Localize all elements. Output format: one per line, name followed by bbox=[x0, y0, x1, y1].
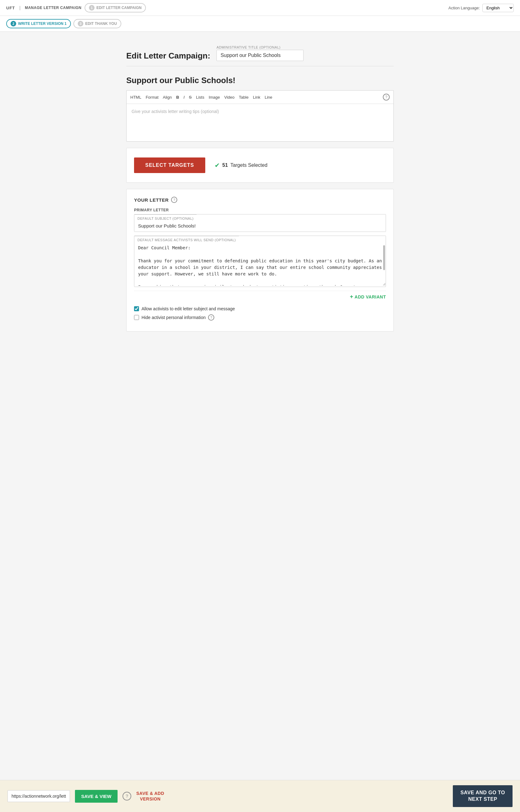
editor-help-icon[interactable]: ? bbox=[383, 94, 390, 100]
scrollbar-indicator bbox=[383, 245, 385, 270]
toolbar-align[interactable]: Align bbox=[163, 95, 172, 100]
editor-body[interactable]: Give your activists letter writing tips … bbox=[127, 104, 393, 141]
hide-info-checkbox[interactable] bbox=[134, 315, 139, 320]
step-label-1: EDIT LETTER CAMPAIGN bbox=[97, 6, 141, 10]
step-num-3: 3 bbox=[78, 21, 83, 26]
nav-separator: | bbox=[19, 5, 21, 10]
admin-title-input[interactable] bbox=[216, 50, 304, 61]
default-message-group: DEFAULT MESSAGE ACTIVISTS WILL SEND (OPT… bbox=[134, 236, 386, 287]
toolbar-italic[interactable]: I bbox=[183, 95, 185, 100]
checkbox-row-2: Hide activist personal information ? bbox=[134, 314, 386, 321]
admin-title-label: ADMINISTRATIVE TITLE (OPTIONAL) bbox=[216, 45, 304, 49]
editor-placeholder: Give your activists letter writing tips … bbox=[132, 109, 219, 114]
toolbar-lists[interactable]: Lists bbox=[196, 95, 204, 100]
step-label-2: WRITE LETTER VERSION 1 bbox=[18, 22, 67, 26]
step-tabs: 1 EDIT LETTER CAMPAIGN bbox=[85, 3, 146, 13]
editor-toolbar: HTML Format Align B I S Lists Image Vide… bbox=[127, 91, 393, 104]
hide-info-label: Hide activist personal information bbox=[141, 315, 206, 320]
nav-row-2: 2 WRITE LETTER VERSION 1 3 EDIT THANK YO… bbox=[0, 16, 520, 32]
add-variant-plus-icon: + bbox=[350, 294, 353, 300]
default-message-label: DEFAULT MESSAGE ACTIVISTS WILL SEND (OPT… bbox=[134, 236, 239, 242]
toolbar-table[interactable]: Table bbox=[239, 95, 249, 100]
toolbar-format[interactable]: Format bbox=[146, 95, 158, 100]
targets-label: Targets Selected bbox=[230, 163, 267, 168]
targets-selected-info: ✔ 51 Targets Selected bbox=[215, 162, 267, 169]
step-num-2: 2 bbox=[10, 21, 16, 26]
add-variant-label: ADD VARIANT bbox=[355, 294, 386, 299]
select-targets-button[interactable]: SELECT TARGETS bbox=[134, 157, 205, 173]
default-subject-label: DEFAULT SUBJECT (OPTIONAL) bbox=[134, 214, 197, 220]
save-view-button[interactable]: SAVE & VIEW bbox=[75, 790, 118, 803]
toolbar-bold[interactable]: B bbox=[176, 95, 179, 100]
bottom-bar: SAVE & VIEW ? SAVE & ADDVERSION SAVE AND… bbox=[0, 780, 520, 812]
checkbox-row-1: Allow activists to edit letter subject a… bbox=[134, 306, 386, 311]
main-content: Edit Letter Campaign: ADMINISTRATIVE TIT… bbox=[120, 32, 400, 375]
allow-edit-checkbox[interactable] bbox=[134, 306, 139, 311]
toolbar-image[interactable]: Image bbox=[209, 95, 220, 100]
language-select[interactable]: English Spanish French bbox=[483, 4, 514, 12]
your-letter-section: YOUR LETTER ? PRIMARY LETTER DEFAULT SUB… bbox=[126, 189, 394, 331]
admin-title-group: ADMINISTRATIVE TITLE (OPTIONAL) bbox=[216, 45, 304, 61]
save-next-button[interactable]: SAVE AND GO TONEXT STEP bbox=[453, 785, 513, 807]
toolbar-line[interactable]: Line bbox=[265, 95, 272, 100]
manage-link[interactable]: MANAGE LETTER CAMPAIGN bbox=[25, 6, 81, 10]
toolbar-strikethrough[interactable]: S bbox=[189, 95, 192, 100]
step-label-3: EDIT THANK YOU bbox=[85, 22, 117, 26]
step-tab-3[interactable]: 3 EDIT THANK YOU bbox=[73, 19, 121, 28]
action-language-group: Action Language: English Spanish French bbox=[448, 4, 514, 12]
toolbar-video[interactable]: Video bbox=[224, 95, 234, 100]
your-letter-help-icon[interactable]: ? bbox=[171, 197, 177, 203]
bottom-help-icon[interactable]: ? bbox=[123, 792, 131, 801]
add-variant-row: + ADD VARIANT bbox=[134, 291, 386, 302]
your-letter-header: YOUR LETTER ? bbox=[134, 197, 386, 203]
your-letter-title: YOUR LETTER bbox=[134, 197, 168, 203]
step-tab-2[interactable]: 2 WRITE LETTER VERSION 1 bbox=[6, 19, 71, 28]
default-message-textarea[interactable]: Dear Council Member: Thank you for your … bbox=[134, 236, 386, 286]
targets-section: SELECT TARGETS ✔ 51 Targets Selected bbox=[126, 148, 394, 183]
campaign-name-heading: Support our Public Schools! bbox=[126, 76, 394, 85]
top-nav: UFT | MANAGE LETTER CAMPAIGN 1 EDIT LETT… bbox=[0, 0, 520, 16]
url-input[interactable] bbox=[7, 790, 70, 802]
save-add-button[interactable]: SAVE & ADDVERSION bbox=[136, 790, 164, 802]
page-title: Edit Letter Campaign: bbox=[126, 45, 210, 61]
default-subject-group: DEFAULT SUBJECT (OPTIONAL) bbox=[134, 214, 386, 232]
toolbar-link[interactable]: Link bbox=[253, 95, 260, 100]
step-tab-1[interactable]: 1 EDIT LETTER CAMPAIGN bbox=[85, 3, 146, 13]
toolbar-html[interactable]: HTML bbox=[130, 95, 141, 100]
rich-text-editor: HTML Format Align B I S Lists Image Vide… bbox=[126, 90, 394, 142]
targets-check-icon: ✔ bbox=[215, 162, 220, 169]
targets-count: 51 bbox=[223, 163, 228, 168]
action-language-label: Action Language: bbox=[448, 6, 480, 10]
primary-letter-label: PRIMARY LETTER bbox=[134, 208, 386, 212]
brand-label: UFT bbox=[6, 6, 15, 10]
allow-edit-label: Allow activists to edit letter subject a… bbox=[141, 306, 235, 311]
step-num-1: 1 bbox=[89, 5, 95, 10]
hide-info-help-icon[interactable]: ? bbox=[208, 314, 214, 321]
add-variant-button[interactable]: + ADD VARIANT bbox=[350, 294, 386, 300]
edit-campaign-header: Edit Letter Campaign: ADMINISTRATIVE TIT… bbox=[126, 45, 394, 66]
